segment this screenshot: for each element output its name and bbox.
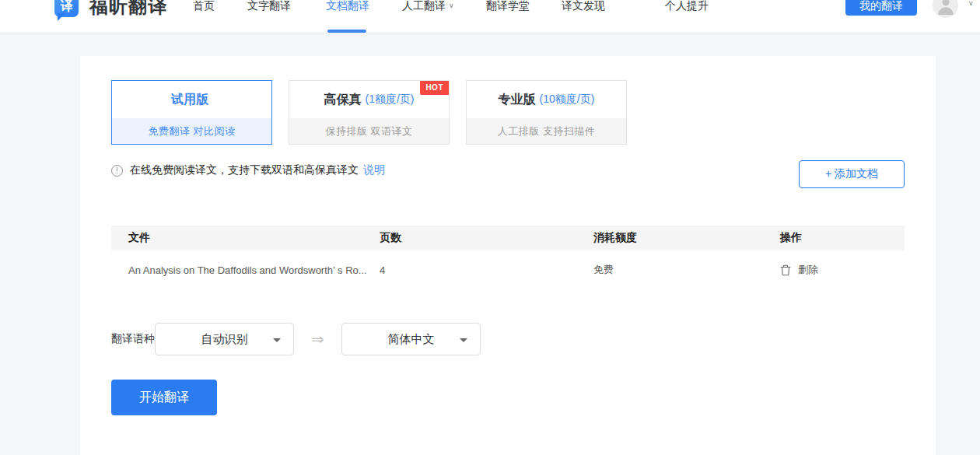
col-header-pages: 页数 — [380, 231, 593, 245]
col-header-file: 文件 — [111, 231, 380, 245]
plan-desc: 保持排版 双语译文 — [289, 118, 449, 144]
my-translations-button[interactable]: 我的翻译 — [845, 0, 917, 16]
delete-action[interactable]: 删除 — [780, 263, 905, 277]
plan-card-trial[interactable]: 试用版 免费翻译 对比阅读 — [111, 80, 272, 145]
plan-title: 试用版 — [112, 81, 271, 118]
notice-text: 在线免费阅读译文，支持下载双语和高保真译文 — [130, 163, 359, 177]
nav-item-translate-school[interactable]: 翻译学堂 — [486, 0, 530, 13]
source-language-value: 自动识别 — [201, 332, 248, 347]
notice-detail-link[interactable]: 说明 — [363, 163, 385, 177]
active-tab-underline — [327, 30, 366, 33]
top-navbar: 译 福昕翻译 首页 文字翻译 文档翻译 人工翻译∨ 翻译学堂 译文发现 个人提升… — [0, 0, 980, 33]
page-count: 4 — [380, 264, 593, 276]
col-header-quota: 消耗额度 — [593, 231, 780, 245]
nav-item-discover[interactable]: 译文发现 — [562, 0, 605, 13]
source-language-select[interactable]: 自动识别 — [155, 323, 294, 355]
add-document-button[interactable]: + 添加文档 — [799, 160, 905, 188]
plan-desc: 免费翻译 对比阅读 — [112, 118, 271, 144]
plan-title: 专业版(10额度/页) — [467, 81, 626, 118]
nav-item-label: 人工翻译 — [402, 0, 446, 12]
direction-arrow-icon: ⇒ — [294, 330, 341, 348]
trash-icon — [780, 264, 791, 276]
plan-title-text: 专业版 — [499, 92, 536, 108]
table-header: 文件 页数 消耗额度 操作 — [111, 226, 905, 250]
language-label: 翻译语种 — [111, 332, 155, 346]
plan-card-high-fidelity[interactable]: HOT 高保真(1额度/页) 保持排版 双语译文 — [289, 80, 450, 145]
plan-title-text: 高保真 — [324, 92, 362, 108]
notice-bar: ! 在线免费阅读译文，支持下载双语和高保真译文 说明 — [111, 163, 385, 177]
brand-name[interactable]: 福昕翻译 — [89, 0, 167, 19]
target-language-value: 简体中文 — [388, 332, 435, 347]
brand-logo-icon[interactable]: 译 — [54, 0, 79, 17]
file-table: 文件 页数 消耗额度 操作 An Analysis on The Daffodi… — [111, 226, 905, 289]
plan-card-professional[interactable]: 专业版(10额度/页) 人工排版 支持扫描件 — [466, 80, 627, 145]
chevron-down-icon — [273, 338, 281, 346]
plan-title-text: 试用版 — [171, 92, 208, 108]
table-row: An Analysis on The Daffodils and Wordswo… — [111, 250, 905, 289]
logo-char: 译 — [61, 0, 73, 15]
col-header-action: 操作 — [780, 231, 905, 245]
nav-item-text-translate[interactable]: 文字翻译 — [247, 0, 291, 13]
delete-label: 删除 — [798, 263, 818, 277]
quota-value: 免费 — [593, 263, 780, 277]
user-avatar[interactable] — [933, 0, 958, 18]
person-icon — [936, 0, 956, 16]
nav-item-document-translate[interactable]: 文档翻译 — [326, 0, 369, 13]
plan-price: (1额度/页) — [366, 93, 415, 107]
account-chevron-down-icon[interactable]: ∨ — [968, 0, 974, 7]
chevron-down-icon — [460, 338, 467, 346]
plan-price: (10额度/页) — [540, 93, 595, 107]
nav-item-self-improve[interactable]: 个人提升 — [665, 0, 709, 13]
nav-item-human-translate[interactable]: 人工翻译∨ — [402, 0, 454, 13]
target-language-select[interactable]: 简体中文 — [341, 323, 481, 355]
language-row: 翻译语种 自动识别 ⇒ 简体中文 — [111, 321, 481, 357]
file-name: An Analysis on The Daffodils and Wordswo… — [111, 264, 380, 276]
document-translate-panel: 试用版 免费翻译 对比阅读 HOT 高保真(1额度/页) 保持排版 双语译文 专… — [80, 56, 936, 455]
start-translate-button[interactable]: 开始翻译 — [111, 380, 217, 415]
hot-badge: HOT — [420, 81, 449, 95]
plan-selector: 试用版 免费翻译 对比阅读 HOT 高保真(1额度/页) 保持排版 双语译文 专… — [111, 80, 627, 145]
nav-item-home[interactable]: 首页 — [193, 0, 215, 13]
plan-desc: 人工排版 支持扫描件 — [467, 118, 626, 144]
chevron-down-icon: ∨ — [449, 2, 454, 9]
info-icon: ! — [111, 165, 123, 177]
